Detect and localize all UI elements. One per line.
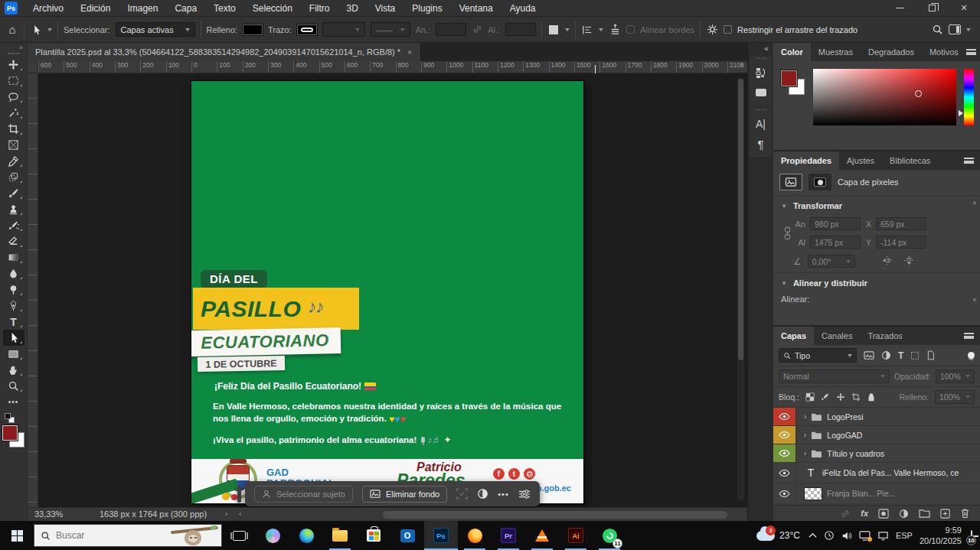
tab-motivos[interactable]: Motivos (922, 43, 966, 61)
group-expand-chevron[interactable]: › (804, 412, 806, 421)
photoshop-button[interactable]: Ps (424, 521, 458, 550)
color-picker-cursor[interactable] (915, 90, 922, 97)
lock-all-icon[interactable] (867, 392, 876, 402)
pen-tool[interactable] (3, 298, 24, 314)
scroll-up-arrow[interactable]: ∧ (740, 62, 744, 69)
foreground-background-swatches[interactable] (2, 425, 25, 448)
layer-filter-dropdown[interactable]: Tipo (779, 348, 857, 363)
add-mask-icon[interactable] (878, 509, 889, 519)
search-icon[interactable] (931, 24, 943, 36)
scroll-left-arrow[interactable]: ‹ (239, 509, 241, 518)
lock-pixels-icon[interactable] (821, 392, 830, 402)
lock-position-icon[interactable] (836, 392, 845, 402)
fill-color-swatch[interactable] (243, 24, 263, 35)
edit-toolbar-icon[interactable]: ••• (3, 394, 24, 410)
filter-type-layers-icon[interactable]: T (898, 350, 903, 361)
color-swatches[interactable] (779, 69, 805, 98)
color-spectrum-field[interactable] (813, 69, 956, 125)
layer-row[interactable]: ›Título y cuadros (773, 444, 980, 463)
screen-cast-icon[interactable] (859, 531, 871, 541)
toolbar-expand-icon[interactable]: » (19, 44, 27, 52)
clone-stamp-tool[interactable] (3, 201, 24, 217)
document-canvas[interactable]: DÍA DEL PASILLO ♪♪ ECUATORIANO 1 DE OCTU… (191, 81, 583, 503)
visibility-eye-icon[interactable] (773, 463, 796, 483)
start-button[interactable] (0, 521, 34, 550)
healing-brush-tool[interactable] (3, 169, 24, 185)
pixel-layer-icon[interactable] (779, 174, 802, 190)
tab-bibliotecas[interactable]: Bibliotecas (882, 151, 938, 170)
brush-tool[interactable] (3, 185, 24, 201)
history-panel-icon[interactable] (750, 63, 772, 83)
menu-item[interactable]: Selección (244, 0, 301, 16)
filter-toggle[interactable] (968, 352, 975, 359)
tool-preset-caret[interactable] (47, 28, 52, 31)
foreground-color-swatch[interactable] (2, 425, 18, 441)
firefox-button[interactable] (458, 521, 492, 550)
visibility-eye-icon[interactable] (773, 426, 796, 444)
eyedropper-tool[interactable] (3, 153, 24, 169)
layer-row[interactable]: Franja Blan... Pie... (773, 483, 980, 504)
premiere-button[interactable]: Pr (492, 521, 525, 550)
filter-shape-layers-icon[interactable] (910, 351, 920, 360)
gear-icon[interactable] (706, 24, 718, 36)
tab-propiedades[interactable]: Propiedades (773, 151, 839, 170)
dodge-tool[interactable] (3, 282, 24, 298)
stroke-color-swatch[interactable] (297, 24, 317, 35)
menu-item[interactable]: Imagen (119, 0, 166, 16)
filter-adjustment-layers-icon[interactable] (881, 350, 891, 360)
crop-tool[interactable] (3, 121, 24, 137)
copilot-button[interactable] (256, 521, 289, 550)
filter-smart-objects-icon[interactable] (926, 350, 935, 360)
path-arrangement-icon[interactable] (609, 24, 621, 36)
foreground-color-well[interactable] (781, 70, 797, 86)
character-panel-icon[interactable]: A| (750, 114, 772, 134)
canvas-area[interactable]: 6005004003002001000100200300400500600700… (28, 61, 747, 507)
network-display-icon[interactable] (877, 531, 889, 541)
select-mode-dropdown[interactable]: Capas activas (116, 22, 195, 37)
home-icon[interactable]: ⌂ (6, 24, 18, 36)
new-layer-icon[interactable] (940, 509, 950, 519)
panel-menu-icon[interactable] (964, 151, 980, 170)
zoom-tool[interactable] (3, 378, 24, 394)
rectangle-tool[interactable] (3, 346, 24, 362)
panel-menu-icon[interactable] (966, 43, 980, 61)
panel-scroll-arrows[interactable]: ▼ (972, 297, 978, 304)
workspace-icon[interactable] (949, 24, 961, 36)
history-brush-tool[interactable] (3, 217, 24, 233)
panel-menu-icon[interactable] (964, 327, 980, 345)
path-operations-icon[interactable] (547, 24, 560, 36)
file-explorer-button[interactable] (323, 521, 357, 550)
menu-item[interactable]: Plugins (403, 0, 450, 16)
adjustment-layer-icon[interactable] (899, 509, 909, 519)
document-info[interactable]: 1638 px x 1764 px (300 ppp) (100, 509, 207, 519)
visibility-eye-icon[interactable] (773, 444, 796, 462)
tab-muestras[interactable]: Muestras (811, 43, 861, 61)
edge-button[interactable] (289, 521, 323, 550)
keyboard-language[interactable]: ESP (896, 531, 913, 540)
properties-sliders-icon[interactable] (518, 489, 531, 500)
panel-scroll-arrows[interactable]: ▲ (972, 199, 978, 206)
hand-tool[interactable] (3, 362, 24, 378)
path-selection-tool-icon[interactable] (30, 24, 42, 36)
more-options-icon[interactable]: ••• (498, 490, 509, 499)
lock-transparency-icon[interactable] (805, 392, 815, 402)
visibility-eye-icon[interactable] (773, 408, 796, 425)
horizontal-scrollbar-thumb[interactable] (383, 511, 727, 519)
default-colors-icon[interactable] (5, 413, 17, 424)
move-tool[interactable] (3, 57, 24, 73)
group-expand-chevron[interactable]: › (804, 431, 806, 439)
tab-color[interactable]: Color (773, 43, 811, 61)
filter-pixel-layers-icon[interactable] (864, 351, 874, 360)
tab-canales[interactable]: Canales (814, 327, 860, 345)
menu-item[interactable]: Capa (166, 0, 205, 16)
layer-row[interactable]: ›LogoGAD (773, 426, 980, 444)
paragraph-panel-icon[interactable]: ¶ (750, 134, 772, 154)
delete-layer-icon[interactable] (960, 508, 970, 519)
whatsapp-button[interactable]: 11 (593, 521, 626, 550)
toolbar-grip[interactable] (8, 53, 20, 54)
document-close-icon[interactable]: × (407, 47, 412, 57)
clock-widget[interactable]: 9:59 20/10/2025 (920, 525, 962, 547)
transform-section-title[interactable]: Transformar (793, 201, 842, 210)
menu-item[interactable]: Texto (205, 0, 244, 16)
context-bar-drag-handle[interactable] (237, 486, 241, 503)
